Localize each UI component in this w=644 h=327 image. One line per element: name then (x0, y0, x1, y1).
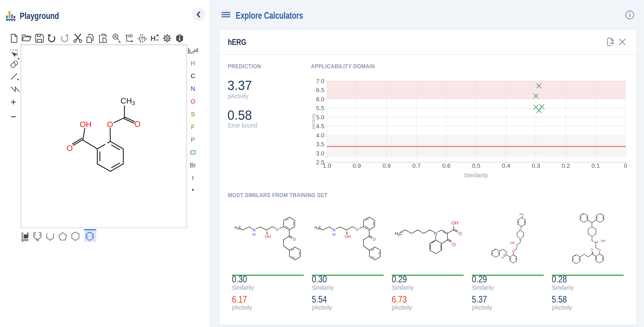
svg-text:N: N (591, 235, 593, 238)
svg-text:6.0: 6.0 (316, 96, 324, 102)
svg-text:OH: OH (80, 120, 92, 129)
svg-text:0.1: 0.1 (592, 162, 600, 169)
svg-text:5.5: 5.5 (316, 105, 324, 112)
svg-text:O: O (512, 250, 514, 253)
svg-text:N: N (36, 238, 39, 242)
svg-text:HO: HO (510, 241, 515, 244)
svg-text:0.8: 0.8 (382, 162, 391, 169)
svg-text:OH: OH (601, 239, 605, 242)
svg-text:H: H (150, 34, 156, 42)
svg-text:5.0: 5.0 (316, 114, 324, 120)
svg-text:4.5: 4.5 (316, 123, 324, 130)
svg-text:0.2: 0.2 (562, 162, 570, 169)
svg-text:H: H (395, 231, 398, 236)
svg-text:1.0: 1.0 (323, 162, 331, 169)
svg-text:3.5: 3.5 (316, 141, 324, 148)
svg-text:7.0: 7.0 (316, 78, 324, 84)
svg-text:0.3: 0.3 (532, 162, 540, 169)
svg-text:CH3: CH3 (520, 213, 524, 216)
svg-text:N: N (591, 225, 593, 228)
svg-text:OH: OH (452, 220, 458, 226)
svg-text:O: O (458, 231, 462, 236)
svg-text:N: N (519, 228, 521, 232)
svg-text:0.5: 0.5 (472, 162, 480, 169)
svg-text:0.7: 0.7 (412, 162, 420, 169)
svg-text:N: N (519, 238, 521, 241)
svg-text:O: O (134, 120, 141, 128)
svg-text:O: O (452, 242, 456, 247)
svg-text:0.6: 0.6 (442, 162, 450, 169)
svg-text:C: C (399, 231, 402, 236)
svg-text:2D: 2D (128, 34, 133, 38)
svg-text:O: O (591, 248, 593, 251)
svg-text:-(?)-: -(?)- (137, 36, 147, 41)
svg-text:CH: CH (120, 96, 132, 105)
svg-text:3: 3 (132, 100, 135, 106)
svg-text:O: O (598, 248, 601, 252)
svg-text:O: O (67, 144, 73, 153)
svg-text:N: N (434, 231, 438, 236)
svg-text:pActivity: pActivity (311, 114, 316, 129)
svg-text:6.5: 6.5 (316, 87, 324, 93)
svg-text:0.9: 0.9 (352, 162, 361, 169)
svg-text:O: O (502, 256, 504, 260)
svg-text:0.4: 0.4 (502, 162, 510, 169)
svg-text:O: O (107, 120, 113, 129)
svg-text:0: 0 (624, 162, 627, 169)
svg-text:3.0: 3.0 (316, 150, 324, 157)
svg-text:Similarity: Similarity (464, 172, 488, 178)
svg-text:4.0: 4.0 (316, 132, 324, 138)
